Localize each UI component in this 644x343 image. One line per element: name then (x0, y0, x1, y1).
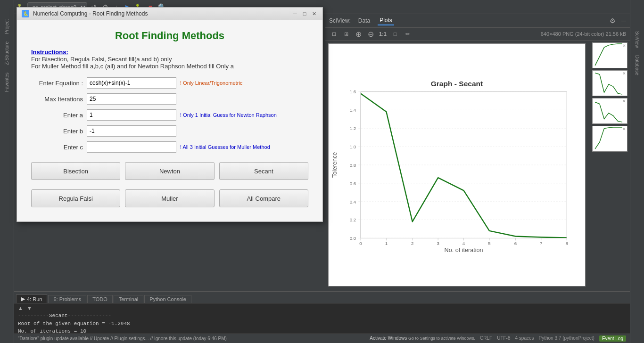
terminal-line-1: ----------Secant-------------- (18, 312, 626, 320)
svg-text:1: 1 (385, 241, 388, 246)
run-icon: ▶ (21, 296, 25, 302)
equation-input[interactable] (87, 77, 176, 89)
svg-text:0.4: 0.4 (350, 199, 356, 204)
buttons-row-1: Bisection Newton Secant (31, 162, 308, 180)
muller-button[interactable]: Muller (125, 189, 214, 207)
dialog-icon: 🐍 (22, 10, 29, 17)
encoding-indicator[interactable]: UTF-8 (497, 335, 510, 342)
sciview-content: Graph - Secant Tolerence No. of iteratio… (325, 41, 630, 289)
grid-btn[interactable]: ⊞ (341, 29, 351, 39)
thumb-close-3[interactable]: ✕ (622, 99, 626, 104)
svg-rect-43 (593, 71, 627, 96)
thumbnail-1[interactable]: ✕ (592, 42, 627, 68)
sciview-gear-icon[interactable]: ⚙ (610, 17, 616, 24)
run-tab-label: 4: Run (27, 296, 42, 302)
tab-data[interactable]: Data (356, 16, 372, 25)
iterations-input[interactable] (87, 93, 176, 105)
newton-button[interactable]: Newton (125, 162, 214, 180)
close-button[interactable]: ✕ (310, 10, 318, 17)
dialog-instructions: Instructions: For Bisection, Regula Fals… (31, 49, 308, 70)
fit-btn[interactable]: □ (390, 29, 400, 39)
event-log-btn[interactable]: Event Log (599, 335, 626, 342)
todo-tab-label: TODO (92, 296, 107, 302)
iterations-row: Max Iterations (31, 93, 308, 105)
thumbnail-4[interactable]: ✕ (592, 126, 627, 152)
svg-text:0.6: 0.6 (350, 181, 356, 186)
bisection-button[interactable]: Bisection (31, 162, 120, 180)
svg-text:No. of iteration: No. of iteration (445, 247, 483, 253)
statusbar-right: Activate Windows Go to Settings to activ… (370, 335, 626, 342)
svg-text:1.0: 1.0 (350, 144, 356, 149)
indent-indicator[interactable]: 4 spaces (515, 335, 534, 342)
thumb-close-2[interactable]: ✕ (622, 71, 626, 76)
tab-problems[interactable]: 6: Problems (48, 295, 86, 303)
python-version[interactable]: Python 3.7 (pythonProject) (539, 335, 594, 342)
equation-hint: ! Only Linear/Trigonometric (180, 80, 242, 86)
iterations-label: Max Iterations (31, 96, 83, 103)
tab-terminal[interactable]: Terminal (114, 295, 144, 303)
actual-size-btn[interactable]: 1:1 (378, 29, 388, 39)
statusbar: "Datalore" plugin update available // Up… (14, 334, 630, 343)
minimize-button[interactable]: ─ (291, 10, 299, 17)
secant-button[interactable]: Secant (219, 162, 308, 180)
sciview-minus-icon[interactable]: ─ (621, 17, 626, 24)
svg-text:7: 7 (540, 241, 542, 246)
left-sidebar: Project Z-Structure Favorites (0, 0, 14, 343)
sidebar-item-structure[interactable]: Z-Structure (3, 39, 10, 68)
edit-btn[interactable]: ✏ (403, 29, 412, 39)
tab-plots[interactable]: Plots (378, 16, 394, 25)
instructions-line2: For Muller Method fill a,b,c (all) and f… (31, 63, 234, 70)
main-graph[interactable]: Graph - Secant Tolerence No. of iteratio… (328, 43, 586, 286)
svg-text:5: 5 (488, 241, 490, 246)
sciview-toolbar: ⊡ ⊞ ⊕ ⊖ 1:1 □ ✏ 640×480 PNG (24-bit colo… (325, 28, 630, 41)
svg-text:Graph - Secant: Graph - Secant (431, 80, 483, 88)
enter-a-input[interactable] (87, 109, 176, 121)
tab-run[interactable]: ▶ 4: Run (16, 294, 47, 303)
sidebar-item-project[interactable]: Project (3, 16, 10, 37)
tab-python-console[interactable]: Python Console (144, 295, 191, 303)
instructions-label: Instructions: (31, 49, 68, 56)
svg-text:4: 4 (462, 241, 465, 246)
all-compare-button[interactable]: All Compare (219, 189, 308, 207)
sidebar-item-database[interactable]: Database (634, 52, 641, 78)
scroll-down-btn[interactable]: ▼ (27, 305, 32, 311)
dialog-titlebar[interactable]: 🐍 Numerical Computing - Root Finding Met… (17, 8, 322, 20)
zoom-out-btn[interactable]: ⊖ (366, 29, 375, 39)
enter-b-label: Enter b (31, 128, 83, 135)
svg-text:1.6: 1.6 (350, 89, 356, 94)
zoom-in-btn[interactable]: ⊕ (354, 29, 363, 39)
svg-text:6: 6 (514, 241, 517, 246)
scroll-up-btn[interactable]: ▲ (18, 305, 23, 311)
buttons-row-2: Regula Falsi Muller All Compare (31, 189, 308, 207)
sidebar-item-favorites[interactable]: Favorites (3, 70, 10, 95)
sidebar-item-sciview[interactable]: SciView (634, 28, 641, 50)
terminal-line-2: Root of the given equation = -1.2948 (18, 320, 626, 328)
svg-text:8: 8 (565, 241, 568, 246)
dialog-body: Root Finding Methods Instructions: For B… (17, 20, 322, 221)
terminal-tab-label: Terminal (119, 296, 139, 302)
dialog-window: 🐍 Numerical Computing - Root Finding Met… (17, 7, 323, 222)
enter-c-label: Enter c (31, 144, 83, 151)
enter-a-label: Enter a (31, 112, 83, 119)
enter-a-hint: ! Only 1 Initial Guess for Newton Raphso… (180, 112, 277, 118)
svg-text:1.4: 1.4 (350, 107, 356, 113)
thumb-close-1[interactable]: ✕ (622, 43, 626, 48)
enter-b-row: Enter b (31, 125, 308, 137)
enter-c-input[interactable] (87, 141, 176, 153)
tab-todo[interactable]: TODO (87, 295, 113, 303)
thumbnail-3[interactable]: ✕ (592, 98, 627, 124)
equation-row: Enter Equation : ! Only Linear/Trigonome… (31, 77, 308, 89)
enter-b-input[interactable] (87, 125, 176, 137)
thumb-close-4[interactable]: ✕ (622, 127, 626, 131)
thumbnail-2[interactable]: ✕ (592, 70, 627, 96)
maximize-button[interactable]: □ (301, 10, 308, 17)
regula-falsi-button[interactable]: Regula Falsi (31, 189, 120, 207)
activate-windows-text: Activate Windows Go to Settings to activ… (370, 335, 475, 342)
equation-label: Enter Equation : (31, 80, 83, 87)
svg-rect-42 (593, 43, 627, 68)
fit-width-btn[interactable]: ⊡ (329, 29, 339, 39)
dialog-heading: Root Finding Methods (31, 30, 308, 42)
svg-text:0.2: 0.2 (350, 217, 356, 222)
crlf-indicator[interactable]: CRLF (480, 335, 492, 342)
svg-rect-44 (593, 98, 627, 123)
